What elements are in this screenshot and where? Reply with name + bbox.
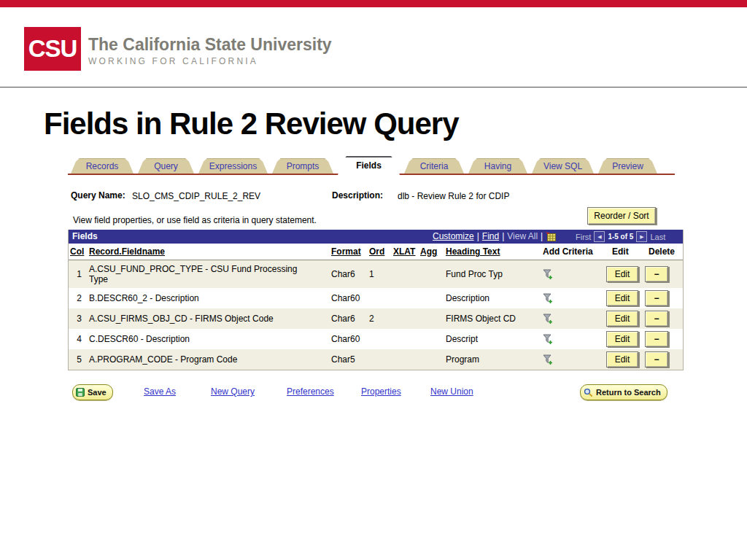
brand-name: The California State University	[88, 36, 332, 53]
ord-cell: 1	[366, 269, 390, 279]
pager-last[interactable]: Last	[650, 233, 665, 241]
toolbar-separator: |	[502, 231, 504, 241]
format-cell: Char6	[328, 269, 366, 279]
add-criteria-button[interactable]	[540, 354, 603, 365]
tab-criteria[interactable]: Criteria	[404, 158, 464, 174]
add-criteria-button[interactable]	[540, 293, 603, 304]
save-disk-icon	[76, 388, 85, 397]
view-all-link[interactable]: View All	[507, 231, 538, 241]
tab-query[interactable]: Query	[138, 158, 194, 174]
funnel-plus-icon	[543, 269, 553, 280]
footer-toolbar: Save Save As New Query Preferences Prope…	[68, 383, 682, 402]
edit-button[interactable]: Edit	[606, 266, 638, 282]
column-header-xlat[interactable]: XLAT	[390, 246, 417, 257]
description-label: Description:	[332, 190, 383, 201]
csu-brand-header: CSU The California State University WORK…	[24, 27, 332, 71]
header-rule	[0, 87, 747, 88]
link-new-union[interactable]: New Union	[430, 386, 473, 397]
fieldname-cell: B.DESCR60_2 - Description	[86, 293, 328, 303]
edit-button[interactable]: Edit	[606, 331, 638, 347]
return-to-search-label: Return to Search	[596, 388, 661, 397]
field-row: 2 B.DESCR60_2 - Description Char60 Descr…	[69, 288, 683, 308]
pager-range: 1-5 of 5	[608, 233, 633, 241]
tab-expressions[interactable]: Expressions	[198, 158, 268, 174]
edit-button[interactable]: Edit	[606, 311, 638, 327]
grid-pager: First ◀ 1-5 of 5 ▶ Last	[576, 231, 665, 242]
add-criteria-button[interactable]	[540, 269, 603, 280]
heading-cell: FIRMS Object CD	[443, 314, 540, 324]
link-preferences[interactable]: Preferences	[287, 386, 334, 397]
brand-text: The California State University WORKING …	[88, 27, 332, 71]
field-row: 4 C.DESCR60 - Description Char60 Descrip…	[69, 329, 683, 349]
field-row: 1 A.CSU_FUND_PROC_TYPE - CSU Fund Proces…	[69, 260, 683, 288]
tab-having[interactable]: Having	[468, 158, 527, 174]
column-header-ord[interactable]: Ord	[366, 246, 390, 257]
column-header-format[interactable]: Format	[328, 246, 366, 257]
link-properties[interactable]: Properties	[361, 386, 401, 397]
column-header-agg[interactable]: Agg	[417, 246, 443, 257]
column-header-edit: Edit	[603, 246, 642, 257]
save-button-label: Save	[88, 388, 107, 397]
tab-records[interactable]: Records	[71, 158, 133, 174]
grid-toolbar: Customize | Find | View All |	[433, 231, 556, 241]
row-number: 2	[69, 293, 86, 303]
delete-button[interactable]: −	[645, 311, 668, 327]
grid-title: Fields	[72, 231, 98, 241]
delete-button[interactable]: −	[645, 266, 668, 282]
format-cell: Char6	[328, 314, 366, 324]
reorder-sort-button[interactable]: Reorder / Sort	[587, 207, 656, 225]
delete-button[interactable]: −	[645, 351, 668, 368]
add-criteria-button[interactable]	[540, 314, 603, 324]
column-header-col[interactable]: Col	[69, 246, 86, 257]
prev-arrow-icon[interactable]: ◀	[594, 231, 605, 242]
save-button[interactable]: Save	[72, 384, 113, 400]
return-to-search-button[interactable]: Return to Search	[580, 384, 667, 400]
next-arrow-icon[interactable]: ▶	[636, 231, 647, 242]
row-number: 3	[69, 314, 86, 324]
toolbar-separator: |	[477, 231, 479, 241]
field-row: 5 A.PROGRAM_CODE - Program Code Char5 Pr…	[69, 349, 683, 370]
add-criteria-button[interactable]	[540, 334, 603, 345]
funnel-plus-icon	[543, 334, 553, 345]
delete-button[interactable]: −	[645, 290, 668, 306]
tab-prompts[interactable]: Prompts	[272, 158, 333, 174]
tab-fields[interactable]: Fields	[338, 156, 400, 175]
delete-button[interactable]: −	[645, 331, 668, 347]
pager-first[interactable]: First	[576, 233, 591, 241]
column-header-heading-text[interactable]: Heading Text	[443, 246, 540, 257]
slide-title: Fields in Rule 2 Review Query	[44, 106, 459, 141]
tab-view-sql[interactable]: View SQL	[532, 158, 594, 174]
customize-link[interactable]: Customize	[433, 231, 474, 241]
heading-cell: Fund Proc Typ	[443, 269, 540, 279]
column-header-add-criteria: Add Criteria	[540, 246, 603, 257]
tab-preview[interactable]: Preview	[598, 158, 657, 174]
fieldname-cell: C.DESCR60 - Description	[86, 334, 328, 344]
fieldname-cell: A.CSU_FIRMS_OBJ_CD - FIRMS Object Code	[86, 314, 328, 324]
funnel-plus-icon	[543, 354, 553, 365]
instruction-text: View field properties, or use field as c…	[73, 215, 317, 225]
heading-cell: Description	[443, 293, 540, 303]
grid-title-bar: Fields Customize | Find | View All | Fir…	[69, 230, 683, 244]
heading-cell: Program	[443, 354, 540, 365]
query-name-value: SLO_CMS_CDIP_RULE_2_REV	[132, 191, 260, 201]
format-cell: Char60	[328, 293, 366, 303]
edit-button[interactable]: Edit	[606, 351, 638, 368]
column-header-delete: Delete	[642, 246, 681, 257]
peoplesoft-query-panel: Records Query Expressions Prompts Fields…	[68, 156, 682, 408]
row-number: 5	[69, 354, 86, 365]
toolbar-separator: |	[541, 231, 543, 241]
description-value: dlb - Review Rule 2 for CDIP	[398, 191, 509, 201]
grid-header-row: Col Record.Fieldname Format Ord XLAT Agg…	[69, 244, 683, 260]
brand-tagline: WORKING FOR CALIFORNIA	[88, 56, 332, 66]
link-save-as[interactable]: Save As	[144, 386, 176, 397]
edit-button[interactable]: Edit	[606, 290, 638, 306]
query-name-label: Query Name:	[71, 190, 125, 201]
find-link[interactable]: Find	[482, 231, 499, 241]
link-new-query[interactable]: New Query	[211, 386, 255, 397]
column-header-fieldname[interactable]: Record.Fieldname	[86, 246, 328, 257]
fieldname-cell: A.CSU_FUND_PROC_TYPE - CSU Fund Processi…	[86, 264, 328, 284]
download-to-excel-icon[interactable]	[546, 232, 556, 241]
heading-cell: Descript	[443, 334, 540, 344]
row-number: 4	[69, 334, 86, 344]
funnel-plus-icon	[543, 314, 553, 324]
